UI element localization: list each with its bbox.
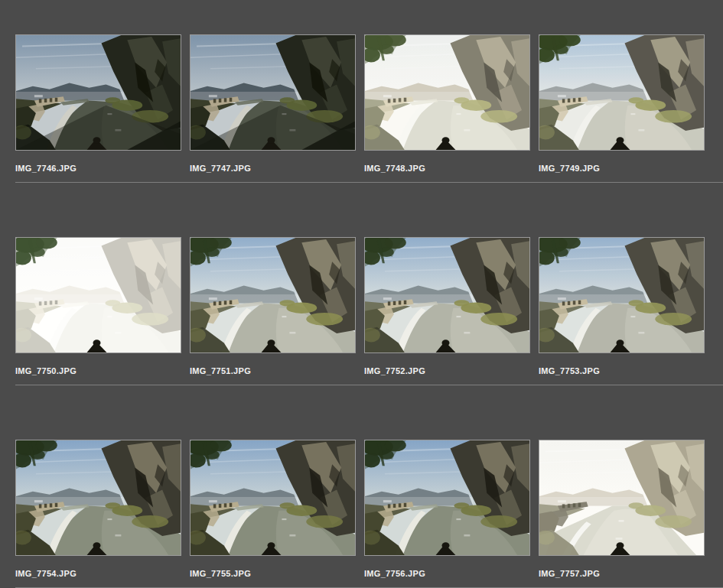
photo-thumbnail[interactable] xyxy=(364,237,530,353)
photo-filename[interactable]: IMG_7756.JPG xyxy=(364,569,530,578)
photo-grid: IMG_7746.JPG IMG_7747.JPG IMG_7748.JPG I… xyxy=(0,0,723,588)
photo-row: IMG_7746.JPG IMG_7747.JPG IMG_7748.JPG I… xyxy=(0,34,723,210)
photo-thumbnail[interactable] xyxy=(190,237,356,353)
photo-filename[interactable]: IMG_7755.JPG xyxy=(190,569,356,578)
photo-filename[interactable]: IMG_7754.JPG xyxy=(15,569,181,578)
photo-row-cells: IMG_7754.JPG IMG_7755.JPG IMG_7756.JPG I… xyxy=(0,440,723,578)
photo-filename[interactable]: IMG_7747.JPG xyxy=(190,164,356,173)
photo-filename[interactable]: IMG_7753.JPG xyxy=(539,366,705,375)
photo-thumbnail[interactable] xyxy=(190,34,356,151)
photo-cell: IMG_7753.JPG xyxy=(539,237,705,375)
photo-cell: IMG_7755.JPG xyxy=(190,440,356,578)
photo-thumbnail[interactable] xyxy=(539,34,705,151)
road-photo-image xyxy=(365,440,529,555)
road-photo-image xyxy=(191,238,355,352)
photo-row: IMG_7750.JPG IMG_7751.JPG IMG_7752.JPG I… xyxy=(0,237,723,413)
photo-cell: IMG_7751.JPG xyxy=(190,237,356,375)
photo-cell: IMG_7757.JPG xyxy=(539,440,705,578)
road-photo-image xyxy=(191,35,355,150)
photo-cell: IMG_7746.JPG xyxy=(15,34,181,173)
photo-filename[interactable]: IMG_7751.JPG xyxy=(190,366,356,375)
photo-thumbnail[interactable] xyxy=(539,440,705,556)
photo-cell: IMG_7749.JPG xyxy=(539,34,705,173)
road-photo-image xyxy=(365,238,529,352)
road-photo-image xyxy=(16,238,181,352)
photo-thumbnail[interactable] xyxy=(15,34,181,151)
photo-filename[interactable]: IMG_7748.JPG xyxy=(364,164,530,173)
photo-row-cells: IMG_7746.JPG IMG_7747.JPG IMG_7748.JPG I… xyxy=(0,34,723,173)
road-photo-image xyxy=(539,35,704,150)
photo-cell: IMG_7752.JPG xyxy=(364,237,530,375)
photo-cell: IMG_7756.JPG xyxy=(364,440,530,578)
photo-filename[interactable]: IMG_7746.JPG xyxy=(15,164,181,173)
road-photo-image xyxy=(16,440,181,555)
photo-row: IMG_7754.JPG IMG_7755.JPG IMG_7756.JPG I… xyxy=(0,440,723,588)
photo-row-cells: IMG_7750.JPG IMG_7751.JPG IMG_7752.JPG I… xyxy=(0,237,723,375)
photo-cell: IMG_7750.JPG xyxy=(15,237,181,375)
photo-cell: IMG_7748.JPG xyxy=(364,34,530,173)
photo-filename[interactable]: IMG_7752.JPG xyxy=(364,366,530,375)
photo-cell: IMG_7747.JPG xyxy=(190,34,356,173)
photo-thumbnail[interactable] xyxy=(539,237,705,353)
photo-thumbnail[interactable] xyxy=(364,440,530,556)
photo-thumbnail[interactable] xyxy=(364,34,530,151)
photo-thumbnail[interactable] xyxy=(15,237,181,353)
photo-filename[interactable]: IMG_7750.JPG xyxy=(15,366,181,375)
photo-filename[interactable]: IMG_7749.JPG xyxy=(539,164,705,173)
photo-filename[interactable]: IMG_7757.JPG xyxy=(539,569,705,578)
road-photo-image xyxy=(365,35,529,150)
photo-thumbnail[interactable] xyxy=(190,440,356,556)
road-photo-image xyxy=(191,440,355,555)
road-photo-image xyxy=(16,35,181,150)
road-photo-image xyxy=(539,238,704,352)
row-separator xyxy=(15,182,723,183)
row-separator xyxy=(15,385,723,385)
photo-cell: IMG_7754.JPG xyxy=(15,440,181,578)
photo-thumbnail[interactable] xyxy=(15,440,181,556)
road-photo-image xyxy=(539,440,704,555)
